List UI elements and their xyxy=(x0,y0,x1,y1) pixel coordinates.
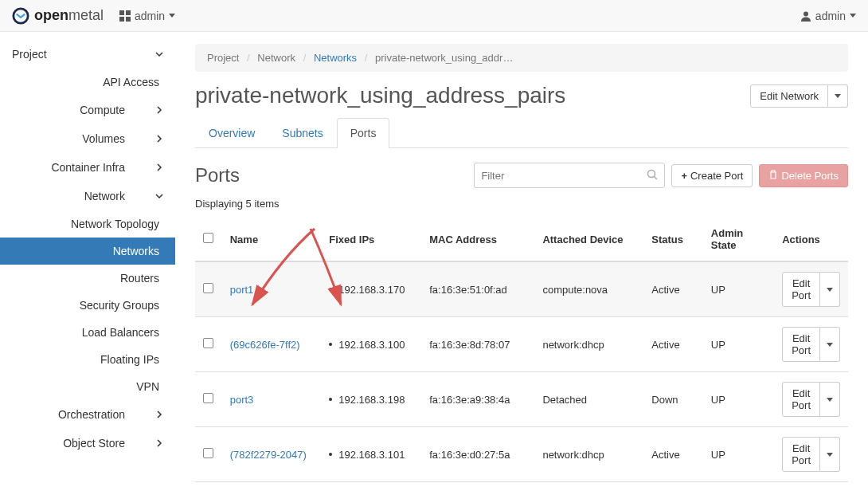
port-name-link[interactable]: (69c626fe-7ff2) xyxy=(230,339,300,351)
col-device[interactable]: Attached Device xyxy=(534,218,643,261)
delete-ports-button[interactable]: Delete Ports xyxy=(759,164,848,187)
sidebar-item-container-infra[interactable]: Container Infra xyxy=(0,153,175,182)
device-cell: network:dhcp xyxy=(534,317,643,372)
sidebar-item-floating-ips[interactable]: Floating IPs xyxy=(0,346,175,373)
sidebar-item-compute[interactable]: Compute xyxy=(0,96,175,124)
row-action-group: Edit Port xyxy=(782,327,840,362)
plus-icon: + xyxy=(681,170,687,182)
edit-port-button[interactable]: Edit Port xyxy=(782,272,820,307)
mac-cell: fa:16:3e:8d:78:07 xyxy=(421,317,534,372)
user-label: admin xyxy=(815,10,846,22)
status-cell: Down xyxy=(643,372,703,427)
port-name-link[interactable]: port3 xyxy=(230,394,254,406)
caret-icon xyxy=(827,398,833,402)
sidebar-item-load-balancers[interactable]: Load Balancers xyxy=(0,319,175,346)
bullet-icon xyxy=(329,288,332,291)
edit-port-dropdown[interactable] xyxy=(820,437,840,472)
sidebar-item-vpn[interactable]: VPN xyxy=(0,373,175,400)
sidebar-item-networks[interactable]: Networks xyxy=(0,238,175,265)
sidebar-item-api-access[interactable]: API Access xyxy=(0,69,175,96)
row-checkbox[interactable] xyxy=(203,338,213,348)
status-cell: Active xyxy=(643,482,703,488)
device-cell: Detached xyxy=(534,372,643,427)
table-row: port3192.168.3.198fa:16:3e:a9:38:4aDetac… xyxy=(195,372,848,427)
domain-picker[interactable]: admin xyxy=(119,10,175,22)
row-checkbox[interactable] xyxy=(203,393,213,403)
table-row: port2192.168.3.156fa:16:3e:e2:ec:d0compu… xyxy=(195,482,848,488)
filter-input[interactable] xyxy=(481,170,647,182)
breadcrumb-sep: / xyxy=(242,52,255,64)
caret-icon xyxy=(827,453,833,457)
grid-icon xyxy=(119,10,131,22)
trash-icon xyxy=(768,170,778,182)
edit-network-dropdown[interactable] xyxy=(828,84,848,108)
edit-port-button[interactable]: Edit Port xyxy=(782,382,820,417)
svg-line-7 xyxy=(655,176,658,179)
status-cell: Active xyxy=(643,261,703,317)
sidebar-item-routers[interactable]: Routers xyxy=(0,265,175,292)
edit-port-dropdown[interactable] xyxy=(820,272,840,307)
caret-icon xyxy=(827,343,833,347)
user-icon xyxy=(800,10,811,22)
sidebar: Project API Access Compute Volumes Conta… xyxy=(0,32,175,487)
mac-cell: fa:16:3e:51:0f:ad xyxy=(421,261,534,317)
table-row: (782f2279-2047)192.168.3.101fa:16:3e:d0:… xyxy=(195,427,848,482)
sidebar-item-object-store[interactable]: Object Store xyxy=(0,429,175,458)
sidebar-item-network-topology[interactable]: Network Topology xyxy=(0,210,175,238)
page-title: private-network_using_address_pairs xyxy=(195,83,565,108)
status-cell: Active xyxy=(643,427,703,482)
svg-rect-1 xyxy=(119,10,124,15)
sidebar-item-project[interactable]: Project xyxy=(0,40,175,69)
tab-overview[interactable]: Overview xyxy=(195,118,268,148)
topbar-left: openmetal admin xyxy=(12,7,175,25)
admin-cell: UP xyxy=(703,261,774,317)
device-cell: compute:nova xyxy=(534,482,643,488)
edit-port-dropdown[interactable] xyxy=(820,327,840,362)
tab-ports[interactable]: Ports xyxy=(337,118,390,148)
sidebar-item-orchestration[interactable]: Orchestration xyxy=(0,400,175,429)
port-name-link[interactable]: port1 xyxy=(230,284,254,296)
svg-point-5 xyxy=(803,11,808,16)
section-actions: +Create Port Delete Ports xyxy=(474,163,848,188)
sidebar-item-security-groups[interactable]: Security Groups xyxy=(0,292,175,319)
logo[interactable]: openmetal xyxy=(12,7,104,25)
col-fixed-ips[interactable]: Fixed IPs xyxy=(321,218,421,261)
row-checkbox[interactable] xyxy=(203,448,213,458)
edit-port-dropdown[interactable] xyxy=(820,382,840,417)
chevron-down-icon xyxy=(155,192,163,200)
sidebar-item-volumes[interactable]: Volumes xyxy=(0,124,175,153)
col-name[interactable]: Name xyxy=(222,218,322,261)
breadcrumb-networks-link[interactable]: Networks xyxy=(314,52,357,64)
fixed-ip: 192.168.3.170 xyxy=(329,284,413,296)
breadcrumb-sep: / xyxy=(360,52,373,64)
sidebar-item-network[interactable]: Network xyxy=(0,182,175,210)
edit-port-button[interactable]: Edit Port xyxy=(782,327,820,362)
col-status[interactable]: Status xyxy=(643,218,703,261)
user-menu[interactable]: admin xyxy=(800,10,856,22)
select-all-checkbox[interactable] xyxy=(203,233,213,243)
mac-cell: fa:16:3e:a9:38:4a xyxy=(421,372,534,427)
col-mac[interactable]: MAC Address xyxy=(421,218,534,261)
col-admin-state[interactable]: Admin State xyxy=(703,218,774,261)
tab-subnets[interactable]: Subnets xyxy=(268,118,336,148)
mac-cell: fa:16:3e:d0:27:5a xyxy=(421,427,534,482)
port-name-link[interactable]: (782f2279-2047) xyxy=(230,449,307,461)
edit-network-group: Edit Network xyxy=(750,84,848,108)
edit-port-button[interactable]: Edit Port xyxy=(782,437,820,472)
ports-table: Name Fixed IPs MAC Address Attached Devi… xyxy=(195,218,848,487)
chevron-right-icon xyxy=(155,106,163,114)
caret-icon xyxy=(850,14,856,18)
topbar: openmetal admin admin xyxy=(0,0,868,32)
chevron-right-icon xyxy=(155,439,163,447)
row-checkbox[interactable] xyxy=(203,283,213,293)
breadcrumb-project: Project xyxy=(207,52,239,64)
svg-rect-4 xyxy=(126,17,131,22)
create-port-button[interactable]: +Create Port xyxy=(671,164,753,187)
mac-cell: fa:16:3e:e2:ec:d0 xyxy=(421,482,534,488)
admin-cell: UP xyxy=(703,482,774,488)
logo-icon xyxy=(12,7,29,25)
edit-network-button[interactable]: Edit Network xyxy=(750,84,828,108)
filter-box[interactable] xyxy=(474,163,665,188)
count-top: Displaying 5 items xyxy=(195,198,848,210)
admin-cell: UP xyxy=(703,317,774,372)
